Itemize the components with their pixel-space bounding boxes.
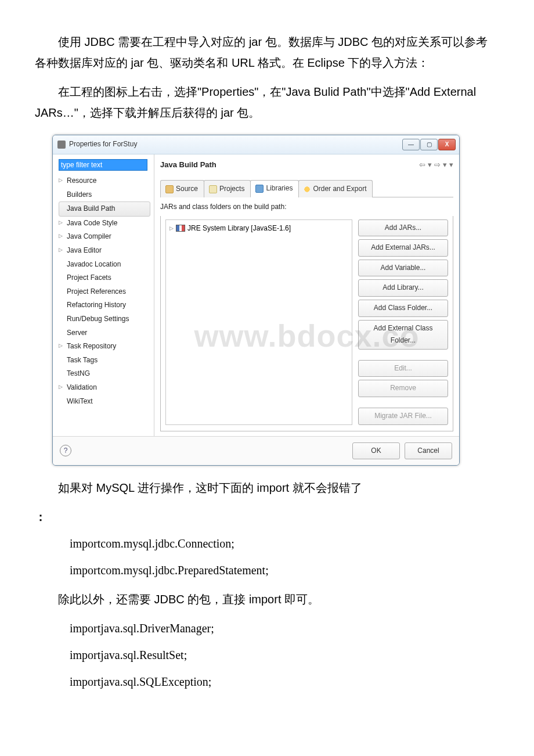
properties-tree: ResourceBuildersJava Build PathJava Code… bbox=[55, 174, 154, 408]
tab-libraries-label: Libraries bbox=[266, 182, 293, 195]
code-line: importjava.sql.DriverManager; bbox=[70, 618, 499, 639]
tree-item[interactable]: Java Editor bbox=[59, 244, 154, 258]
add-class-folder-button[interactable]: Add Class Folder... bbox=[358, 300, 448, 317]
remove-button[interactable]: Remove bbox=[358, 380, 448, 397]
app-icon bbox=[57, 141, 66, 149]
code-line: importjava.sql.ResultSet; bbox=[70, 645, 499, 665]
tab-order-label: Order and Export bbox=[313, 183, 366, 196]
projects-icon bbox=[209, 185, 217, 193]
library-item-label: JRE System Library [JavaSE-1.6] bbox=[187, 222, 291, 235]
main-panel: Java Build Path ⇦ ▾ ⇨ ▾ ▾ Source Project… bbox=[154, 154, 459, 436]
tree-item[interactable]: Task Tags bbox=[59, 354, 154, 368]
paragraph: 如果对 MySQL 进行操作，这时下面的 import 就不会报错了 bbox=[35, 477, 499, 498]
window-button-group: — ▢ X bbox=[402, 139, 456, 150]
tab-libraries[interactable]: Libraries bbox=[250, 180, 299, 197]
tab-projects-label: Projects bbox=[219, 183, 244, 196]
main-title: Java Build Path bbox=[160, 158, 217, 171]
order-export-icon bbox=[304, 186, 311, 193]
tab-source-label: Source bbox=[176, 183, 198, 196]
tab-content: www.bdocx.co JRE System Library [JavaSE-… bbox=[160, 216, 453, 431]
add-external-jars-button[interactable]: Add External JARs... bbox=[358, 239, 448, 257]
tree-item[interactable]: Task Repository bbox=[59, 340, 154, 354]
tree-item[interactable]: Java Code Style bbox=[59, 217, 154, 231]
tree-item[interactable]: Server bbox=[59, 326, 154, 340]
back-icon[interactable]: ⇦ bbox=[419, 158, 425, 171]
paragraph-colon: ： bbox=[35, 506, 499, 527]
ok-button[interactable]: OK bbox=[352, 442, 400, 460]
nav-icons: ⇦ ▾ ⇨ ▾ ▾ bbox=[419, 158, 453, 171]
tree-item[interactable]: Javadoc Location bbox=[59, 258, 154, 272]
help-icon[interactable]: ? bbox=[60, 445, 71, 456]
paragraph: 使用 JDBC 需要在工程中导入对应的 jar 包。数据库与 JDBC 包的对应… bbox=[35, 31, 499, 73]
tree-item[interactable]: Project References bbox=[59, 285, 154, 299]
minimize-button[interactable]: — bbox=[402, 139, 420, 150]
tree-item[interactable]: WikiText bbox=[59, 395, 154, 409]
tab-source[interactable]: Source bbox=[160, 180, 204, 197]
forward-icon[interactable]: ⇨ bbox=[434, 158, 441, 171]
code-line: importcom.mysql.jdbc.Connection; bbox=[70, 533, 499, 554]
add-variable-button[interactable]: Add Variable... bbox=[358, 260, 448, 277]
tree-item[interactable]: Project Facets bbox=[59, 271, 154, 285]
add-library-button[interactable]: Add Library... bbox=[358, 279, 448, 297]
tree-item[interactable]: Validation bbox=[59, 381, 154, 395]
sidebar: type filter text ResourceBuildersJava Bu… bbox=[53, 154, 154, 436]
library-icon bbox=[176, 225, 185, 232]
footer-buttons: OK Cancel bbox=[352, 442, 452, 460]
code-line: importjava.sql.SQLException; bbox=[70, 671, 499, 692]
add-jars-button[interactable]: Add JARs... bbox=[358, 219, 448, 237]
source-icon bbox=[165, 185, 174, 193]
tree-item[interactable]: Java Build Path bbox=[59, 201, 150, 217]
paragraph: 在工程的图标上右击，选择"Properties"，在"Java Bulid Pa… bbox=[35, 81, 499, 123]
tree-item[interactable]: Java Compiler bbox=[59, 230, 154, 244]
tree-item[interactable]: Refactoring History bbox=[59, 298, 154, 312]
properties-dialog: Properties for ForStuy — ▢ X type filter… bbox=[52, 135, 460, 466]
edit-button[interactable]: Edit... bbox=[358, 360, 448, 377]
tab-order-export[interactable]: Order and Export bbox=[298, 180, 373, 197]
paragraph: 除此以外，还需要 JDBC 的包，直接 import 即可。 bbox=[35, 589, 499, 610]
titlebar-left: Properties for ForStuy bbox=[57, 138, 137, 151]
main-header: Java Build Path ⇦ ▾ ⇨ ▾ ▾ bbox=[160, 158, 453, 174]
code-line: importcom.mysql.jdbc.PreparedStatement; bbox=[70, 560, 499, 581]
library-buttons: Add JARs... Add External JARs... Add Var… bbox=[358, 219, 448, 425]
window-title: Properties for ForStuy bbox=[69, 138, 137, 151]
migrate-jar-button[interactable]: Migrate JAR File... bbox=[358, 408, 448, 425]
tab-projects[interactable]: Projects bbox=[204, 180, 251, 197]
libraries-icon bbox=[255, 185, 264, 193]
tree-item[interactable]: Run/Debug Settings bbox=[59, 312, 154, 326]
close-button[interactable]: X bbox=[438, 139, 456, 150]
forward-dropdown-icon[interactable]: ▾ bbox=[443, 158, 447, 171]
libraries-description: JARs and class folders on the build path… bbox=[160, 201, 453, 214]
filter-input[interactable]: type filter text bbox=[59, 159, 147, 171]
menu-dropdown-icon[interactable]: ▾ bbox=[449, 158, 453, 171]
library-item[interactable]: JRE System Library [JavaSE-1.6] bbox=[169, 222, 348, 235]
dialog-footer: ? OK Cancel bbox=[53, 436, 459, 466]
titlebar: Properties for ForStuy — ▢ X bbox=[53, 135, 459, 154]
cancel-button[interactable]: Cancel bbox=[405, 442, 452, 460]
tree-item[interactable]: Builders bbox=[59, 188, 154, 202]
tree-item[interactable]: TestNG bbox=[59, 367, 154, 381]
libraries-listbox[interactable]: JRE System Library [JavaSE-1.6] bbox=[165, 219, 352, 425]
tree-item[interactable]: Resource bbox=[59, 174, 154, 188]
back-dropdown-icon[interactable]: ▾ bbox=[428, 158, 432, 171]
dialog-body: type filter text ResourceBuildersJava Bu… bbox=[53, 154, 459, 436]
tabs: Source Projects Libraries Order and Expo… bbox=[160, 179, 453, 197]
add-external-class-folder-button[interactable]: Add External Class Folder... bbox=[358, 320, 448, 350]
maximize-button[interactable]: ▢ bbox=[420, 139, 438, 150]
